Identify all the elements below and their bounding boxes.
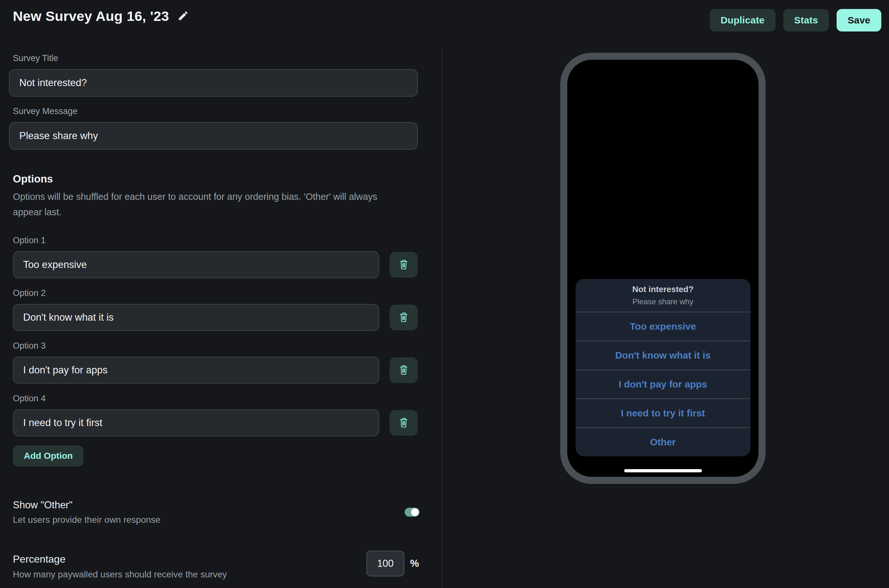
preview-title: Not interested? [632, 284, 694, 294]
preview-message: Please share why [632, 297, 693, 306]
phone-screen: Not interested? Please share why Too exp… [567, 60, 758, 477]
survey-message-label: Survey Message [13, 106, 77, 116]
home-indicator [624, 469, 702, 472]
percent-sign: % [410, 558, 419, 569]
stats-button[interactable]: Stats [783, 9, 829, 32]
option-4-label: Option 4 [13, 394, 46, 404]
options-description: Options will be shuffled for each user t… [13, 189, 408, 220]
option-1-input[interactable] [13, 251, 379, 278]
survey-message-input[interactable] [9, 122, 418, 150]
preview-option-other[interactable]: Other [576, 428, 751, 456]
preview-option-dont-pay[interactable]: I don't pay for apps [576, 369, 751, 398]
option-4-delete-button[interactable] [389, 410, 418, 436]
duplicate-button[interactable]: Duplicate [710, 9, 776, 32]
option-2-input[interactable] [13, 304, 379, 331]
add-option-button[interactable]: Add Option [13, 446, 84, 466]
edit-title-button[interactable] [177, 10, 189, 22]
show-other-heading: Show "Other" [13, 500, 73, 511]
pencil-icon [177, 10, 189, 22]
percentage-heading: Percentage [13, 553, 66, 565]
percentage-input[interactable] [366, 551, 404, 576]
option-1-label: Option 1 [13, 236, 46, 246]
survey-preview-card: Not interested? Please share why Too exp… [576, 279, 751, 456]
survey-title-input[interactable] [9, 69, 418, 97]
preview-card-header: Not interested? Please share why [576, 279, 751, 312]
trash-icon [398, 258, 410, 272]
options-heading: Options [13, 173, 53, 185]
phone-preview-frame: Not interested? Please share why Too exp… [560, 53, 766, 484]
option-2-label: Option 2 [13, 288, 46, 298]
show-other-description: Let users provide their own response [13, 515, 161, 525]
preview-option-too-expensive[interactable]: Too expensive [576, 312, 751, 340]
page-header: New Survey Aug 16, '23 [13, 8, 189, 24]
survey-editor-page: New Survey Aug 16, '23 Duplicate Stats S… [0, 0, 889, 588]
column-divider [441, 50, 442, 588]
toggle-knob [411, 508, 419, 516]
option-2-delete-button[interactable] [389, 304, 418, 330]
trash-icon [398, 416, 410, 430]
show-other-toggle[interactable] [405, 508, 419, 517]
option-4-input[interactable] [13, 410, 379, 436]
header-actions: Duplicate Stats Save [710, 9, 881, 32]
page-title: New Survey Aug 16, '23 [13, 8, 169, 24]
percentage-description: How many paywalled users should receive … [13, 569, 227, 580]
option-1-delete-button[interactable] [389, 252, 418, 278]
preview-option-try-first[interactable]: I need to try it first [576, 398, 751, 428]
save-button[interactable]: Save [836, 9, 881, 32]
trash-icon [398, 363, 410, 378]
option-3-delete-button[interactable] [389, 357, 418, 383]
trash-icon [398, 310, 410, 325]
option-3-input[interactable] [13, 357, 379, 384]
survey-title-label: Survey Title [13, 53, 58, 63]
option-3-label: Option 3 [13, 341, 46, 351]
preview-option-dont-know[interactable]: Don't know what it is [576, 340, 751, 369]
